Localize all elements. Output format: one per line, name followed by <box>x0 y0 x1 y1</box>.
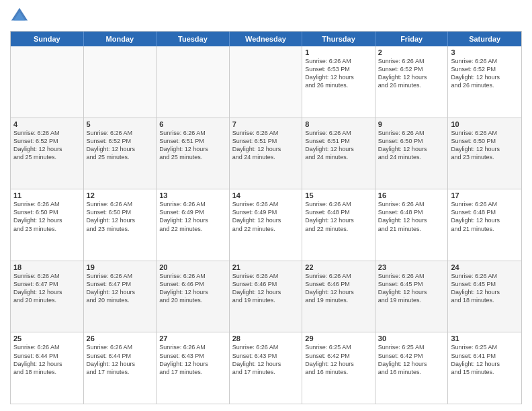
calendar-cell-3: 3Sunrise: 6:26 AMSunset: 6:52 PMDaylight… <box>448 46 521 118</box>
day-number: 28 <box>232 334 300 342</box>
day-number: 6 <box>159 120 226 128</box>
calendar-cell-29: 29Sunrise: 6:25 AMSunset: 6:42 PMDayligh… <box>302 332 375 404</box>
calendar-cell-4: 4Sunrise: 6:26 AMSunset: 6:52 PMDaylight… <box>11 118 84 189</box>
calendar-header-sunday: Sunday <box>11 32 84 46</box>
day-info: Sunrise: 6:26 AMSunset: 6:48 PMDaylight:… <box>378 200 445 233</box>
day-info: Sunrise: 6:25 AMSunset: 6:42 PMDaylight:… <box>305 343 372 376</box>
calendar-cell-5: 5Sunrise: 6:26 AMSunset: 6:52 PMDaylight… <box>84 118 157 189</box>
day-number: 19 <box>87 263 154 271</box>
day-number: 3 <box>451 48 519 56</box>
calendar-header-tuesday: Tuesday <box>157 32 230 46</box>
calendar-week-1: 1Sunrise: 6:26 AMSunset: 6:53 PMDaylight… <box>11 46 521 118</box>
day-info: Sunrise: 6:26 AMSunset: 6:50 PMDaylight:… <box>378 129 445 162</box>
calendar-cell-23: 23Sunrise: 6:26 AMSunset: 6:45 PMDayligh… <box>375 261 449 332</box>
calendar-cell-1: 1Sunrise: 6:26 AMSunset: 6:53 PMDaylight… <box>302 46 375 118</box>
day-number: 22 <box>305 263 372 271</box>
calendar-cell-7: 7Sunrise: 6:26 AMSunset: 6:51 PMDaylight… <box>230 118 303 189</box>
day-number: 20 <box>159 263 226 271</box>
day-info: Sunrise: 6:26 AMSunset: 6:52 PMDaylight:… <box>87 129 154 162</box>
day-number: 16 <box>378 191 445 199</box>
header <box>10 7 522 26</box>
day-info: Sunrise: 6:26 AMSunset: 6:46 PMDaylight:… <box>305 272 372 305</box>
calendar-cell-30: 30Sunrise: 6:25 AMSunset: 6:42 PMDayligh… <box>375 332 449 404</box>
day-info: Sunrise: 6:26 AMSunset: 6:43 PMDaylight:… <box>159 343 226 376</box>
day-number: 15 <box>305 191 372 199</box>
day-number: 2 <box>378 48 445 56</box>
day-info: Sunrise: 6:26 AMSunset: 6:48 PMDaylight:… <box>451 200 519 233</box>
calendar-week-3: 11Sunrise: 6:26 AMSunset: 6:50 PMDayligh… <box>11 189 521 261</box>
calendar-cell-31: 31Sunrise: 6:25 AMSunset: 6:41 PMDayligh… <box>448 332 521 404</box>
day-info: Sunrise: 6:26 AMSunset: 6:47 PMDaylight:… <box>87 272 154 305</box>
day-number: 27 <box>159 334 226 342</box>
calendar-cell-8: 8Sunrise: 6:26 AMSunset: 6:51 PMDaylight… <box>302 118 375 189</box>
day-number: 29 <box>305 334 372 342</box>
calendar-cell-11: 11Sunrise: 6:26 AMSunset: 6:50 PMDayligh… <box>11 189 84 261</box>
day-number: 30 <box>378 334 445 342</box>
day-number: 11 <box>13 191 81 199</box>
day-info: Sunrise: 6:26 AMSunset: 6:47 PMDaylight:… <box>13 272 81 305</box>
calendar-cell-19: 19Sunrise: 6:26 AMSunset: 6:47 PMDayligh… <box>84 261 157 332</box>
day-number: 18 <box>13 263 81 271</box>
day-number: 12 <box>87 191 154 199</box>
calendar-header-saturday: Saturday <box>448 32 521 46</box>
calendar-week-4: 18Sunrise: 6:26 AMSunset: 6:47 PMDayligh… <box>11 261 521 333</box>
calendar-cell-22: 22Sunrise: 6:26 AMSunset: 6:46 PMDayligh… <box>302 261 375 332</box>
day-info: Sunrise: 6:26 AMSunset: 6:52 PMDaylight:… <box>451 57 519 90</box>
day-number: 25 <box>13 334 81 342</box>
calendar-cell-17: 17Sunrise: 6:26 AMSunset: 6:48 PMDayligh… <box>448 189 521 261</box>
calendar-header: SundayMondayTuesdayWednesdayThursdayFrid… <box>11 32 521 46</box>
calendar-cell-27: 27Sunrise: 6:26 AMSunset: 6:43 PMDayligh… <box>157 332 230 404</box>
day-info: Sunrise: 6:26 AMSunset: 6:48 PMDaylight:… <box>305 200 372 233</box>
day-info: Sunrise: 6:26 AMSunset: 6:52 PMDaylight:… <box>378 57 445 90</box>
calendar-cell-26: 26Sunrise: 6:26 AMSunset: 6:44 PMDayligh… <box>84 332 157 404</box>
day-info: Sunrise: 6:25 AMSunset: 6:41 PMDaylight:… <box>451 343 519 376</box>
day-info: Sunrise: 6:26 AMSunset: 6:46 PMDaylight:… <box>159 272 226 305</box>
day-number: 26 <box>87 334 154 342</box>
day-info: Sunrise: 6:26 AMSunset: 6:51 PMDaylight:… <box>159 129 226 162</box>
day-info: Sunrise: 6:26 AMSunset: 6:44 PMDaylight:… <box>87 343 154 376</box>
calendar-cell-21: 21Sunrise: 6:26 AMSunset: 6:46 PMDayligh… <box>230 261 303 332</box>
day-info: Sunrise: 6:26 AMSunset: 6:52 PMDaylight:… <box>13 129 81 162</box>
calendar-body: 1Sunrise: 6:26 AMSunset: 6:53 PMDaylight… <box>11 46 521 404</box>
calendar-cell-empty-1 <box>84 46 157 118</box>
day-info: Sunrise: 6:26 AMSunset: 6:44 PMDaylight:… <box>13 343 81 376</box>
day-number: 10 <box>451 120 519 128</box>
day-number: 7 <box>232 120 300 128</box>
day-info: Sunrise: 6:26 AMSunset: 6:50 PMDaylight:… <box>451 129 519 162</box>
day-info: Sunrise: 6:26 AMSunset: 6:51 PMDaylight:… <box>232 129 300 162</box>
calendar-header-thursday: Thursday <box>302 32 375 46</box>
calendar-cell-18: 18Sunrise: 6:26 AMSunset: 6:47 PMDayligh… <box>11 261 84 332</box>
calendar-week-5: 25Sunrise: 6:26 AMSunset: 6:44 PMDayligh… <box>11 332 521 404</box>
calendar-week-2: 4Sunrise: 6:26 AMSunset: 6:52 PMDaylight… <box>11 118 521 190</box>
day-number: 21 <box>232 263 300 271</box>
calendar-cell-14: 14Sunrise: 6:26 AMSunset: 6:49 PMDayligh… <box>230 189 303 261</box>
day-info: Sunrise: 6:26 AMSunset: 6:43 PMDaylight:… <box>232 343 300 376</box>
calendar-cell-28: 28Sunrise: 6:26 AMSunset: 6:43 PMDayligh… <box>230 332 303 404</box>
logo-icon <box>10 7 29 26</box>
calendar-cell-10: 10Sunrise: 6:26 AMSunset: 6:50 PMDayligh… <box>448 118 521 189</box>
day-info: Sunrise: 6:26 AMSunset: 6:49 PMDaylight:… <box>159 200 226 233</box>
calendar-cell-12: 12Sunrise: 6:26 AMSunset: 6:50 PMDayligh… <box>84 189 157 261</box>
calendar-cell-9: 9Sunrise: 6:26 AMSunset: 6:50 PMDaylight… <box>375 118 449 189</box>
calendar-cell-2: 2Sunrise: 6:26 AMSunset: 6:52 PMDaylight… <box>375 46 449 118</box>
calendar-cell-24: 24Sunrise: 6:26 AMSunset: 6:45 PMDayligh… <box>448 261 521 332</box>
calendar-header-friday: Friday <box>375 32 449 46</box>
day-info: Sunrise: 6:26 AMSunset: 6:45 PMDaylight:… <box>451 272 519 305</box>
day-number: 31 <box>451 334 519 342</box>
day-info: Sunrise: 6:26 AMSunset: 6:46 PMDaylight:… <box>232 272 300 305</box>
day-number: 5 <box>87 120 154 128</box>
calendar-cell-empty-0 <box>11 46 84 118</box>
calendar-cell-13: 13Sunrise: 6:26 AMSunset: 6:49 PMDayligh… <box>157 189 230 261</box>
calendar-cell-15: 15Sunrise: 6:26 AMSunset: 6:48 PMDayligh… <box>302 189 375 261</box>
day-number: 17 <box>451 191 519 199</box>
day-info: Sunrise: 6:25 AMSunset: 6:42 PMDaylight:… <box>378 343 445 376</box>
calendar-cell-empty-2 <box>157 46 230 118</box>
day-number: 24 <box>451 263 519 271</box>
day-number: 14 <box>232 191 300 199</box>
calendar-cell-16: 16Sunrise: 6:26 AMSunset: 6:48 PMDayligh… <box>375 189 449 261</box>
logo <box>10 7 32 26</box>
day-number: 8 <box>305 120 372 128</box>
day-info: Sunrise: 6:26 AMSunset: 6:51 PMDaylight:… <box>305 129 372 162</box>
calendar-cell-20: 20Sunrise: 6:26 AMSunset: 6:46 PMDayligh… <box>157 261 230 332</box>
day-info: Sunrise: 6:26 AMSunset: 6:53 PMDaylight:… <box>305 57 372 90</box>
